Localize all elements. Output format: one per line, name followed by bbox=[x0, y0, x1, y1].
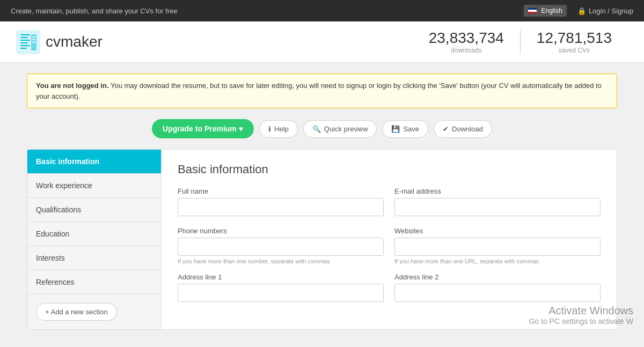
upgrade-premium-button[interactable]: Upgrade to Premium ♥ bbox=[152, 119, 254, 138]
header-stats: 23,833,734 downloads 12,781,513 saved CV… bbox=[413, 29, 628, 54]
sidebar-label-qualifications: Qualifications bbox=[36, 205, 81, 214]
form-group-websites: Websites If you have more than one URL, … bbox=[394, 227, 601, 264]
form-group-fullname: Full name bbox=[178, 187, 384, 218]
downloads-number: 23,833,734 bbox=[429, 29, 504, 47]
logo-icon bbox=[16, 30, 40, 54]
websites-hint: If you have more than one URL, separate … bbox=[394, 258, 601, 264]
sidebar-item-education[interactable]: Education bbox=[27, 222, 161, 246]
form-row-2: Phone numbers If you have more than one … bbox=[178, 227, 601, 264]
phone-input[interactable] bbox=[178, 238, 384, 256]
add-section-button[interactable]: + Add a new section bbox=[36, 303, 117, 321]
email-label: E-mail address bbox=[394, 187, 601, 195]
downloads-label: downloads bbox=[429, 47, 504, 54]
header: cvmaker 23,833,734 downloads 12,781,513 … bbox=[0, 21, 644, 63]
form-row-3: Address line 1 Address line 2 bbox=[178, 273, 601, 304]
lock-icon: 🔒 bbox=[577, 7, 586, 15]
form-group-address1: Address line 1 bbox=[178, 273, 384, 304]
sidebar-item-references[interactable]: References bbox=[27, 270, 161, 294]
save-label: Save bbox=[403, 125, 419, 133]
svg-rect-9 bbox=[32, 39, 35, 40]
svg-rect-2 bbox=[20, 37, 28, 38]
info-icon: ℹ bbox=[268, 125, 271, 133]
websites-input[interactable] bbox=[394, 238, 601, 256]
language-selector[interactable]: English bbox=[524, 5, 567, 17]
language-label: English bbox=[541, 7, 562, 14]
sidebar-label-education: Education bbox=[36, 230, 69, 238]
search-icon: 🔍 bbox=[312, 125, 321, 133]
save-button[interactable]: 💾 Save bbox=[382, 120, 428, 138]
phone-label: Phone numbers bbox=[178, 227, 384, 235]
address2-input[interactable] bbox=[394, 284, 601, 302]
alert-message: You may download the resume, but to save… bbox=[36, 82, 602, 100]
form-row-1: Full name E-mail address bbox=[178, 187, 601, 218]
saved-cvs-label: saved CVs bbox=[537, 47, 612, 54]
saved-cvs-stat: 12,781,513 saved CVs bbox=[521, 29, 628, 54]
tagline: Create, maintain, publish, and share you… bbox=[11, 7, 178, 15]
login-label: Login / Signup bbox=[589, 7, 633, 15]
sidebar-label-interests: Interests bbox=[36, 254, 65, 262]
alert-banner: You are not logged in. You may download … bbox=[27, 73, 617, 108]
sidebar-label-basic-information: Basic information bbox=[36, 157, 99, 166]
fullname-label: Full name bbox=[178, 187, 384, 195]
section-title: Basic information bbox=[178, 163, 601, 176]
form-group-address2: Address line 2 bbox=[394, 273, 601, 304]
top-bar-right: English 🔒 Login / Signup bbox=[524, 5, 633, 17]
cv-sidebar: Basic information Work experience Qualif… bbox=[27, 150, 162, 329]
top-bar: Create, maintain, publish, and share you… bbox=[0, 0, 644, 21]
saved-cvs-number: 12,781,513 bbox=[537, 29, 612, 47]
logo-text: cvmaker bbox=[46, 33, 103, 50]
toolbar: Upgrade to Premium ♥ ℹ Help 🔍 Quick prev… bbox=[27, 119, 617, 138]
add-section-container: + Add a new section bbox=[27, 294, 161, 329]
login-link[interactable]: 🔒 Login / Signup bbox=[577, 7, 633, 15]
svg-rect-4 bbox=[20, 42, 28, 43]
alert-bold: You are not logged in. bbox=[36, 82, 109, 90]
checkmark-icon: ✔ bbox=[443, 125, 449, 133]
sidebar-item-qualifications[interactable]: Qualifications bbox=[27, 198, 161, 222]
quick-preview-label: Quick preview bbox=[324, 125, 368, 133]
cv-form: Basic information Full name E-mail addre… bbox=[162, 150, 617, 329]
svg-rect-10 bbox=[32, 42, 35, 43]
svg-rect-5 bbox=[20, 45, 30, 46]
phone-hint: If you have more than one number, separa… bbox=[178, 258, 384, 264]
address1-input[interactable] bbox=[178, 284, 384, 302]
fullname-input[interactable] bbox=[178, 198, 384, 216]
form-group-phone: Phone numbers If you have more than one … bbox=[178, 227, 384, 264]
websites-label: Websites bbox=[394, 227, 601, 235]
form-group-email: E-mail address bbox=[394, 187, 601, 218]
address1-label: Address line 1 bbox=[178, 273, 384, 281]
svg-rect-0 bbox=[16, 30, 40, 54]
cv-layout: Basic information Work experience Qualif… bbox=[27, 149, 617, 330]
help-button[interactable]: ℹ Help bbox=[259, 120, 298, 138]
svg-rect-1 bbox=[20, 34, 30, 35]
help-label: Help bbox=[274, 125, 289, 133]
email-input[interactable] bbox=[394, 198, 601, 216]
sidebar-label-work-experience: Work experience bbox=[36, 181, 92, 190]
svg-rect-3 bbox=[20, 40, 30, 41]
svg-rect-8 bbox=[32, 36, 35, 38]
svg-rect-6 bbox=[20, 48, 27, 49]
quick-preview-button[interactable]: 🔍 Quick preview bbox=[303, 120, 377, 138]
sidebar-item-basic-information[interactable]: Basic information bbox=[27, 150, 161, 174]
sidebar-label-references: References bbox=[36, 278, 75, 286]
address2-label: Address line 2 bbox=[394, 273, 601, 281]
logo: cvmaker bbox=[16, 30, 103, 54]
sidebar-item-work-experience[interactable]: Work experience bbox=[27, 174, 161, 198]
download-label: Download bbox=[452, 125, 483, 133]
sidebar-item-interests[interactable]: Interests bbox=[27, 246, 161, 270]
main-content: You are not logged in. You may download … bbox=[16, 63, 628, 341]
save-icon: 💾 bbox=[391, 125, 400, 133]
download-button[interactable]: ✔ Download bbox=[434, 120, 492, 138]
downloads-stat: 23,833,734 downloads bbox=[413, 29, 521, 54]
flag-icon bbox=[528, 8, 537, 13]
